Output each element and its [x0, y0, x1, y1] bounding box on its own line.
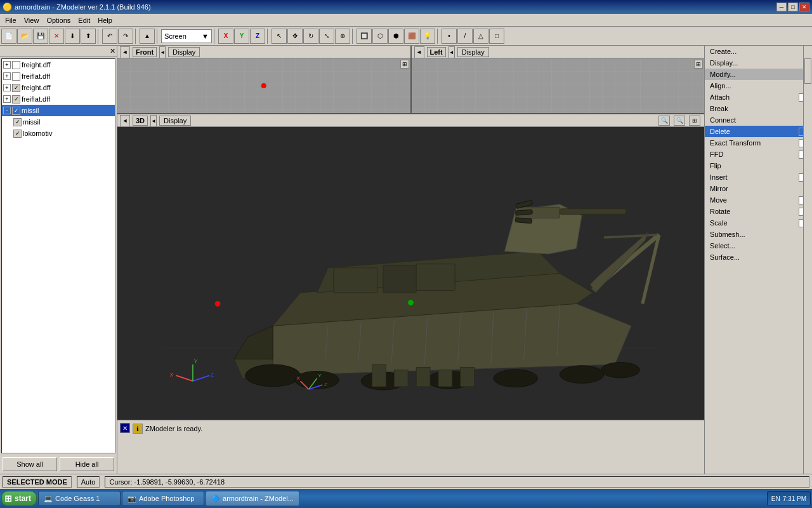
tree-item-freiflat1[interactable]: + freiflat.dff [2, 70, 115, 82]
separator2 [135, 29, 138, 44]
checkbox-missil-child[interactable]: ✓ [13, 118, 22, 126]
wireframe-button[interactable]: ⬡ [372, 29, 388, 44]
export-button[interactable]: ⬆ [81, 29, 96, 44]
menu-edit[interactable]: Edit [74, 15, 94, 25]
svg-rect-41 [383, 265, 416, 292]
z-axis-button[interactable]: Z [250, 29, 265, 44]
right-connect[interactable]: Connect [705, 114, 812, 126]
front-display-btn[interactable]: Display [168, 47, 200, 57]
taskbar-photoshop[interactable]: 📷 Adobe Photoshop [122, 491, 204, 506]
tree-item-missil[interactable]: - ✓ missil [2, 105, 115, 116]
left-tab-arrow[interactable]: ◄ [414, 46, 424, 58]
panel-close-button[interactable]: ✕ [110, 47, 115, 55]
checkbox-freiflat2[interactable]: ✓ [12, 95, 20, 104]
close-file-button[interactable]: ✕ [49, 29, 64, 44]
solid-button[interactable]: ⬢ [388, 29, 403, 44]
right-rotate[interactable]: Rotate [705, 206, 812, 217]
right-scale[interactable]: Scale [705, 217, 812, 229]
menu-view[interactable]: View [20, 15, 43, 25]
y-axis-button[interactable]: Y [234, 29, 249, 44]
render-button[interactable]: 🔲 [357, 29, 372, 44]
checkbox-freight1[interactable] [12, 61, 20, 69]
front-display-arrow[interactable]: ◄ [159, 46, 166, 58]
tree-item-missil-child[interactable]: ✓ missil [2, 116, 115, 128]
maximize-button[interactable]: □ [788, 3, 798, 11]
right-submesh[interactable]: Submesh... [705, 229, 812, 240]
right-panel-scrollbar[interactable] [803, 46, 812, 474]
right-exact-transform[interactable]: Exact Transform [705, 137, 812, 149]
close-log-icon[interactable]: ✕ [120, 423, 130, 433]
move-button[interactable]: ✥ [287, 29, 303, 44]
transform-button[interactable]: ▲ [140, 29, 155, 44]
expand-freiflat1[interactable]: + [3, 72, 11, 80]
undo-button[interactable]: ↶ [102, 29, 117, 44]
menu-help[interactable]: Help [94, 15, 116, 25]
object-mode[interactable]: □ [489, 29, 504, 44]
tool5[interactable]: ⊕ [335, 29, 350, 44]
svg-point-32 [494, 370, 538, 387]
coord-system-dropdown[interactable]: Screen ▼ [161, 29, 212, 43]
vertex-mode[interactable]: • [442, 29, 457, 44]
redo-button[interactable]: ↷ [118, 29, 133, 44]
edge-mode[interactable]: / [457, 29, 473, 44]
tree-label-missil-child: missil [23, 118, 41, 126]
checkbox-missil[interactable]: ✓ [12, 107, 20, 115]
expand-freight1[interactable]: + [3, 61, 11, 69]
right-attach[interactable]: Attach [705, 91, 812, 103]
light-button[interactable]: 💡 [420, 29, 435, 44]
right-insert[interactable]: Insert [705, 171, 812, 183]
3d-zoom-out[interactable]: 🔍 [674, 116, 685, 126]
right-surface[interactable]: Surface... [705, 251, 812, 263]
face-mode[interactable]: △ [473, 29, 488, 44]
3d-display-btn[interactable]: Display [159, 116, 191, 126]
3d-maximize[interactable]: ⊞ [689, 116, 700, 126]
expand-freight2[interactable]: + [3, 84, 11, 91]
object-tree: + freight.dff + freiflat.dff + ✓ freight… [1, 58, 115, 453]
right-display[interactable]: Display... [705, 57, 812, 69]
checkbox-freiflat1[interactable] [12, 72, 20, 81]
select-button[interactable]: ↖ [272, 29, 287, 44]
open-button[interactable]: 📂 [17, 29, 32, 44]
tree-item-freight1[interactable]: + freight.dff [2, 59, 115, 70]
taskbar-code-geass[interactable]: 💻 Code Geass 1 [38, 491, 121, 506]
right-break[interactable]: Break [705, 103, 812, 114]
checkbox-lokomotiv[interactable]: ✓ [13, 130, 22, 138]
menu-file[interactable]: File [1, 15, 20, 25]
tree-item-freiflat2[interactable]: + ✓ freiflat.dff [2, 93, 115, 105]
right-move[interactable]: Move [705, 194, 812, 206]
scale-button[interactable]: ⤡ [319, 29, 334, 44]
minimize-button[interactable]: ─ [776, 3, 787, 11]
left-display-btn[interactable]: Display [457, 47, 489, 57]
tree-item-lokomotiv[interactable]: ✓ lokomotiv [2, 128, 115, 139]
3d-tab-arrow[interactable]: ◄ [120, 115, 130, 126]
new-button[interactable]: 📄 [1, 29, 16, 44]
hide-all-button[interactable]: Hide all [60, 457, 114, 471]
right-flip[interactable]: Flip [705, 160, 812, 171]
tree-item-freight2[interactable]: + ✓ freight.dff [2, 82, 115, 93]
checkbox-freight2[interactable]: ✓ [12, 84, 20, 92]
start-button[interactable]: ⊞ start [1, 491, 37, 506]
save-button[interactable]: 💾 [33, 29, 48, 44]
right-delete[interactable]: Delete [705, 126, 812, 137]
rotate-button[interactable]: ↻ [303, 29, 318, 44]
show-all-button[interactable]: Show all [3, 457, 57, 471]
left-display-arrow[interactable]: ◄ [449, 46, 455, 58]
3d-zoom-in[interactable]: 🔍 [658, 116, 670, 126]
front-tab-arrow[interactable]: ◄ [120, 46, 130, 58]
3d-display-arrow[interactable]: ◄ [150, 115, 157, 126]
menu-options[interactable]: Options [43, 15, 74, 25]
svg-point-34 [601, 363, 640, 378]
close-button[interactable]: ✕ [799, 3, 809, 11]
texture-button[interactable]: 🟫 [404, 29, 419, 44]
expand-missil[interactable]: - [3, 107, 11, 114]
right-select[interactable]: Select... [705, 240, 812, 251]
right-mirror[interactable]: Mirror [705, 183, 812, 194]
right-create[interactable]: Create... [705, 46, 812, 57]
expand-freiflat2[interactable]: + [3, 95, 11, 103]
taskbar-zmodeler[interactable]: 🔷 armordtrain - ZModel... [206, 491, 299, 506]
scrollbar-thumb[interactable] [804, 58, 811, 84]
import-button[interactable]: ⬇ [65, 29, 80, 44]
x-axis-button[interactable]: X [218, 29, 233, 44]
right-ffd[interactable]: FFD [705, 149, 812, 160]
right-align[interactable]: Align... [705, 80, 812, 91]
